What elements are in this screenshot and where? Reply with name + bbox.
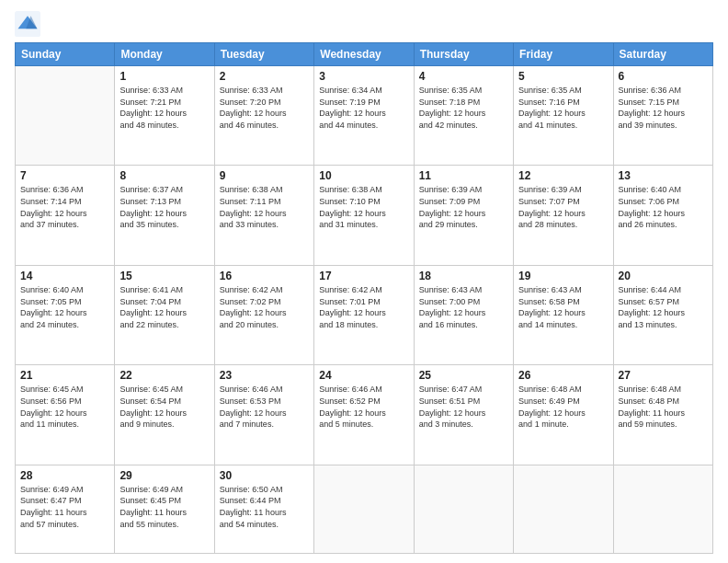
day-info: Sunrise: 6:40 AM Sunset: 7:05 PM Dayligh… (20, 284, 109, 330)
calendar-cell: 24Sunrise: 6:46 AM Sunset: 6:52 PM Dayli… (314, 365, 414, 465)
day-number: 18 (419, 270, 508, 282)
day-info: Sunrise: 6:49 AM Sunset: 6:45 PM Dayligh… (119, 484, 209, 530)
week-row-1: 7Sunrise: 6:36 AM Sunset: 7:14 PM Daylig… (16, 166, 713, 265)
calendar-cell: 23Sunrise: 6:46 AM Sunset: 6:53 PM Dayli… (214, 365, 313, 465)
day-number: 22 (119, 369, 209, 382)
calendar-cell: 18Sunrise: 6:43 AM Sunset: 7:00 PM Dayli… (414, 265, 513, 364)
week-row-3: 21Sunrise: 6:45 AM Sunset: 6:56 PM Dayli… (16, 365, 713, 465)
day-number: 23 (220, 369, 309, 382)
day-number: 19 (518, 270, 608, 282)
header (15, 11, 713, 37)
day-number: 6 (619, 70, 708, 83)
day-number: 7 (20, 169, 109, 182)
weekday-header-row: SundayMondayTuesdayWednesdayThursdayFrid… (16, 43, 713, 66)
day-number: 15 (119, 270, 209, 282)
calendar-cell: 3Sunrise: 6:34 AM Sunset: 7:19 PM Daylig… (314, 66, 414, 166)
calendar-cell (414, 465, 513, 553)
weekday-header-tuesday: Tuesday (214, 43, 313, 66)
calendar-cell: 1Sunrise: 6:33 AM Sunset: 7:21 PM Daylig… (115, 66, 214, 166)
day-number: 2 (220, 70, 309, 83)
day-info: Sunrise: 6:48 AM Sunset: 6:49 PM Dayligh… (518, 384, 608, 430)
day-number: 13 (619, 169, 708, 182)
calendar-cell: 7Sunrise: 6:36 AM Sunset: 7:14 PM Daylig… (16, 166, 115, 265)
calendar-cell: 28Sunrise: 6:49 AM Sunset: 6:47 PM Dayli… (16, 465, 115, 553)
day-info: Sunrise: 6:50 AM Sunset: 6:44 PM Dayligh… (220, 484, 309, 530)
day-number: 25 (419, 369, 508, 382)
calendar-cell: 17Sunrise: 6:42 AM Sunset: 7:01 PM Dayli… (314, 265, 414, 364)
calendar-cell (514, 465, 613, 553)
day-number: 3 (319, 70, 408, 83)
day-info: Sunrise: 6:39 AM Sunset: 7:09 PM Dayligh… (419, 184, 508, 230)
calendar-cell: 21Sunrise: 6:45 AM Sunset: 6:56 PM Dayli… (16, 365, 115, 465)
day-info: Sunrise: 6:46 AM Sunset: 6:52 PM Dayligh… (319, 384, 408, 430)
calendar-cell: 5Sunrise: 6:35 AM Sunset: 7:16 PM Daylig… (514, 66, 613, 166)
day-info: Sunrise: 6:43 AM Sunset: 7:00 PM Dayligh… (419, 284, 508, 330)
calendar-cell: 30Sunrise: 6:50 AM Sunset: 6:44 PM Dayli… (214, 465, 313, 553)
day-info: Sunrise: 6:41 AM Sunset: 7:04 PM Dayligh… (119, 284, 209, 330)
calendar-cell: 11Sunrise: 6:39 AM Sunset: 7:09 PM Dayli… (414, 166, 513, 265)
calendar-cell: 13Sunrise: 6:40 AM Sunset: 7:06 PM Dayli… (613, 166, 712, 265)
day-number: 5 (518, 70, 608, 83)
day-info: Sunrise: 6:39 AM Sunset: 7:07 PM Dayligh… (518, 184, 608, 230)
day-number: 4 (419, 70, 508, 83)
day-number: 14 (20, 270, 109, 282)
calendar-cell: 27Sunrise: 6:48 AM Sunset: 6:48 PM Dayli… (613, 365, 712, 465)
day-number: 12 (518, 169, 608, 182)
day-number: 17 (319, 270, 408, 282)
week-row-2: 14Sunrise: 6:40 AM Sunset: 7:05 PM Dayli… (16, 265, 713, 364)
day-info: Sunrise: 6:35 AM Sunset: 7:18 PM Dayligh… (419, 85, 508, 131)
calendar-cell: 8Sunrise: 6:37 AM Sunset: 7:13 PM Daylig… (115, 166, 214, 265)
day-info: Sunrise: 6:42 AM Sunset: 7:02 PM Dayligh… (220, 284, 309, 330)
day-number: 26 (518, 369, 608, 382)
logo-icon (15, 11, 40, 37)
day-info: Sunrise: 6:38 AM Sunset: 7:11 PM Dayligh… (220, 184, 309, 230)
day-info: Sunrise: 6:49 AM Sunset: 6:47 PM Dayligh… (20, 484, 109, 530)
day-info: Sunrise: 6:35 AM Sunset: 7:16 PM Dayligh… (518, 85, 608, 131)
calendar-cell: 4Sunrise: 6:35 AM Sunset: 7:18 PM Daylig… (414, 66, 513, 166)
calendar-cell: 22Sunrise: 6:45 AM Sunset: 6:54 PM Dayli… (115, 365, 214, 465)
calendar-cell: 14Sunrise: 6:40 AM Sunset: 7:05 PM Dayli… (16, 265, 115, 364)
weekday-header-monday: Monday (115, 43, 214, 66)
calendar-cell: 29Sunrise: 6:49 AM Sunset: 6:45 PM Dayli… (115, 465, 214, 553)
day-info: Sunrise: 6:33 AM Sunset: 7:20 PM Dayligh… (220, 85, 309, 131)
day-info: Sunrise: 6:44 AM Sunset: 6:57 PM Dayligh… (619, 284, 708, 330)
calendar-cell: 26Sunrise: 6:48 AM Sunset: 6:49 PM Dayli… (514, 365, 613, 465)
calendar-cell: 6Sunrise: 6:36 AM Sunset: 7:15 PM Daylig… (613, 66, 712, 166)
day-number: 24 (319, 369, 408, 382)
calendar-cell (314, 465, 414, 553)
calendar-table: SundayMondayTuesdayWednesdayThursdayFrid… (15, 42, 713, 554)
calendar-cell: 19Sunrise: 6:43 AM Sunset: 6:58 PM Dayli… (514, 265, 613, 364)
weekday-header-saturday: Saturday (613, 43, 712, 66)
day-number: 29 (119, 469, 209, 482)
calendar-cell: 16Sunrise: 6:42 AM Sunset: 7:02 PM Dayli… (214, 265, 313, 364)
calendar-cell: 15Sunrise: 6:41 AM Sunset: 7:04 PM Dayli… (115, 265, 214, 364)
day-info: Sunrise: 6:34 AM Sunset: 7:19 PM Dayligh… (319, 85, 408, 131)
day-info: Sunrise: 6:40 AM Sunset: 7:06 PM Dayligh… (619, 184, 708, 230)
page: SundayMondayTuesdayWednesdayThursdayFrid… (0, 0, 728, 563)
calendar-cell: 9Sunrise: 6:38 AM Sunset: 7:11 PM Daylig… (214, 166, 313, 265)
calendar-cell (613, 465, 712, 553)
day-info: Sunrise: 6:48 AM Sunset: 6:48 PM Dayligh… (619, 384, 708, 430)
day-number: 21 (20, 369, 109, 382)
day-info: Sunrise: 6:46 AM Sunset: 6:53 PM Dayligh… (220, 384, 309, 430)
week-row-4: 28Sunrise: 6:49 AM Sunset: 6:47 PM Dayli… (16, 465, 713, 553)
calendar-cell: 20Sunrise: 6:44 AM Sunset: 6:57 PM Dayli… (613, 265, 712, 364)
day-info: Sunrise: 6:45 AM Sunset: 6:56 PM Dayligh… (20, 384, 109, 430)
day-info: Sunrise: 6:43 AM Sunset: 6:58 PM Dayligh… (518, 284, 608, 330)
weekday-header-friday: Friday (514, 43, 613, 66)
logo (15, 11, 44, 37)
calendar-cell: 25Sunrise: 6:47 AM Sunset: 6:51 PM Dayli… (414, 365, 513, 465)
day-number: 30 (220, 469, 309, 482)
day-number: 8 (119, 169, 209, 182)
calendar-cell: 10Sunrise: 6:38 AM Sunset: 7:10 PM Dayli… (314, 166, 414, 265)
day-number: 27 (619, 369, 708, 382)
day-number: 16 (220, 270, 309, 282)
weekday-header-thursday: Thursday (414, 43, 513, 66)
calendar-cell: 12Sunrise: 6:39 AM Sunset: 7:07 PM Dayli… (514, 166, 613, 265)
day-info: Sunrise: 6:33 AM Sunset: 7:21 PM Dayligh… (119, 85, 209, 131)
day-info: Sunrise: 6:42 AM Sunset: 7:01 PM Dayligh… (319, 284, 408, 330)
calendar-cell (16, 66, 115, 166)
day-number: 1 (119, 70, 209, 83)
day-number: 11 (419, 169, 508, 182)
week-row-0: 1Sunrise: 6:33 AM Sunset: 7:21 PM Daylig… (16, 66, 713, 166)
